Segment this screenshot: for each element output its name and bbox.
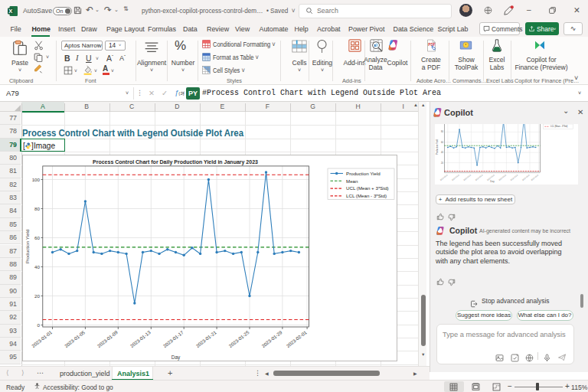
svg-text:LCL (Mean - 3*Std): LCL (Mean - 3*Std) [550, 125, 567, 128]
svg-text:40: 40 [34, 263, 40, 269]
svg-text:20: 20 [34, 292, 40, 298]
svg-text:Day: Day [490, 180, 495, 183]
svg-text:Process Control Chart for Dail: Process Control Chart for Daily Producti… [93, 158, 258, 165]
svg-text:Production Yield: Production Yield [346, 170, 381, 175]
svg-text:UCL (Mean + 3*Std): UCL (Mean + 3*Std) [346, 185, 389, 191]
svg-text:X: X [8, 8, 12, 15]
svg-text:0: 0 [37, 322, 40, 327]
svg-text:Day: Day [171, 354, 180, 361]
svg-text:Mean: Mean [346, 178, 358, 183]
svg-text:Production Yield: Production Yield [24, 229, 29, 263]
svg-text:60: 60 [34, 234, 40, 240]
svg-text:Production Yield: Production Yield [436, 139, 439, 155]
svg-text:LCL (Mean - 3*Std): LCL (Mean - 3*Std) [346, 193, 387, 198]
svg-text:80: 80 [34, 205, 40, 211]
svg-text:100: 100 [31, 176, 40, 181]
